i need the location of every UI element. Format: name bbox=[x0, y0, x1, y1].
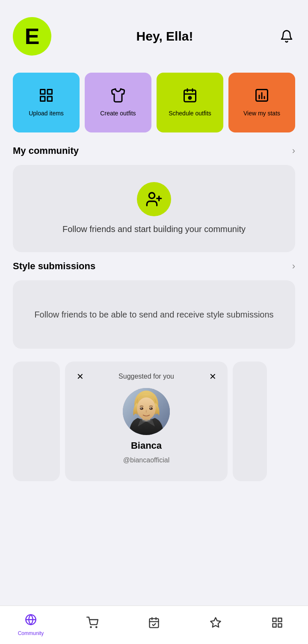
svg-rect-3 bbox=[47, 97, 52, 101]
schedule-outfits-label: Schedule outfits bbox=[169, 109, 211, 117]
nav-item-ai[interactable] bbox=[185, 617, 246, 633]
svg-point-24 bbox=[150, 408, 151, 409]
bottom-navigation: Community bbox=[0, 606, 308, 644]
submissions-empty-card: Follow friends to be able to send and re… bbox=[13, 280, 295, 349]
greeting-text: Hey, Ella! bbox=[51, 29, 278, 44]
style-submissions-section-header[interactable]: Style submissions › bbox=[0, 256, 308, 276]
suggested-row: ✕ Suggested for you ✕ bbox=[0, 353, 308, 481]
header: E Hey, Ella! bbox=[0, 0, 308, 64]
community-empty-card: Follow friends and start building your c… bbox=[13, 165, 295, 252]
svg-rect-0 bbox=[41, 90, 45, 94]
my-community-section-header[interactable]: My community › bbox=[0, 141, 308, 161]
ai-sparkle-icon bbox=[210, 617, 222, 632]
nav-community-label: Community bbox=[18, 630, 44, 636]
outfits-calendar-icon bbox=[148, 617, 160, 632]
svg-point-28 bbox=[96, 626, 97, 627]
community-globe-icon bbox=[25, 614, 37, 629]
schedule-outfits-button[interactable]: Schedule outfits bbox=[157, 73, 223, 132]
svg-point-13 bbox=[149, 193, 154, 198]
upload-icon bbox=[38, 88, 54, 105]
submissions-empty-text: Follow friends to be able to send and re… bbox=[34, 308, 273, 321]
suggested-user-avatar bbox=[123, 388, 170, 435]
shop-cart-icon bbox=[86, 617, 98, 632]
suggested-for-you-label: Suggested for you bbox=[86, 373, 206, 380]
create-outfits-label: Create outfits bbox=[100, 109, 136, 117]
nav-item-wardrobe[interactable] bbox=[246, 617, 308, 633]
suggested-close-button[interactable]: ✕ bbox=[74, 370, 86, 383]
style-submissions-title: Style submissions bbox=[13, 261, 95, 272]
suggested-user-name: Bianca bbox=[131, 440, 162, 451]
view-stats-label: View my stats bbox=[243, 109, 280, 117]
suggested-card: ✕ Suggested for you ✕ bbox=[65, 362, 228, 481]
suggested-card-partial-left bbox=[13, 362, 60, 481]
view-stats-button[interactable]: View my stats bbox=[228, 73, 295, 132]
notification-bell-icon[interactable] bbox=[278, 28, 295, 45]
nav-item-community[interactable]: Community bbox=[0, 614, 62, 636]
quick-actions-grid: Upload items Create outfits Schedule bbox=[0, 64, 308, 141]
style-submissions-chevron-icon: › bbox=[292, 261, 295, 272]
create-outfits-button[interactable]: Create outfits bbox=[85, 73, 151, 132]
svg-rect-34 bbox=[273, 618, 276, 622]
svg-rect-35 bbox=[278, 618, 281, 622]
svg-point-8 bbox=[189, 97, 191, 99]
svg-point-27 bbox=[90, 626, 91, 627]
community-empty-text: Follow friends and start building your c… bbox=[62, 223, 246, 235]
avatar[interactable]: E bbox=[13, 17, 51, 56]
svg-rect-2 bbox=[41, 97, 45, 101]
nav-item-outfits[interactable] bbox=[123, 617, 185, 633]
svg-point-23 bbox=[141, 408, 142, 409]
svg-rect-36 bbox=[273, 623, 276, 627]
svg-rect-37 bbox=[278, 623, 281, 627]
nav-item-shop[interactable] bbox=[62, 617, 123, 633]
stats-icon bbox=[254, 88, 270, 105]
my-community-title: My community bbox=[13, 145, 79, 156]
upload-items-button[interactable]: Upload items bbox=[13, 73, 80, 132]
svg-marker-33 bbox=[210, 618, 220, 627]
shirt-icon bbox=[110, 88, 126, 105]
suggested-card-header: ✕ Suggested for you ✕ bbox=[74, 370, 219, 383]
upload-items-label: Upload items bbox=[29, 109, 64, 117]
suggested-close-button-right[interactable]: ✕ bbox=[206, 370, 219, 383]
wardrobe-grid-icon bbox=[271, 617, 283, 632]
add-friend-icon bbox=[137, 182, 171, 216]
svg-rect-29 bbox=[150, 619, 159, 628]
svg-rect-1 bbox=[47, 90, 52, 94]
calendar-schedule-icon bbox=[182, 88, 198, 105]
suggested-user-handle: @biancaofficial bbox=[123, 456, 169, 464]
suggested-card-partial-right bbox=[233, 362, 267, 481]
my-community-chevron-icon: › bbox=[292, 145, 295, 156]
